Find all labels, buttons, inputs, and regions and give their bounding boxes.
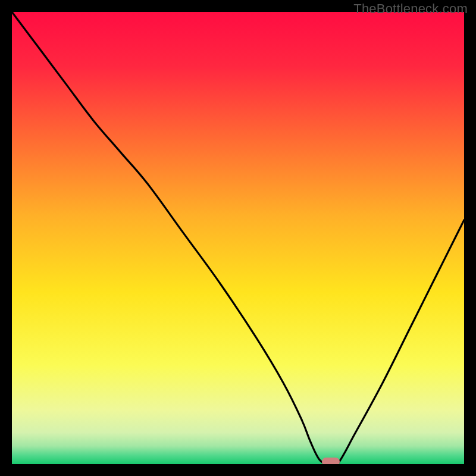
plot-area <box>12 12 464 464</box>
curve-path <box>12 12 464 464</box>
optimal-marker <box>322 458 340 464</box>
watermark-text: TheBottleneck.com <box>353 1 468 17</box>
chart-frame: TheBottleneck.com <box>0 0 476 476</box>
curve-svg <box>12 12 464 464</box>
